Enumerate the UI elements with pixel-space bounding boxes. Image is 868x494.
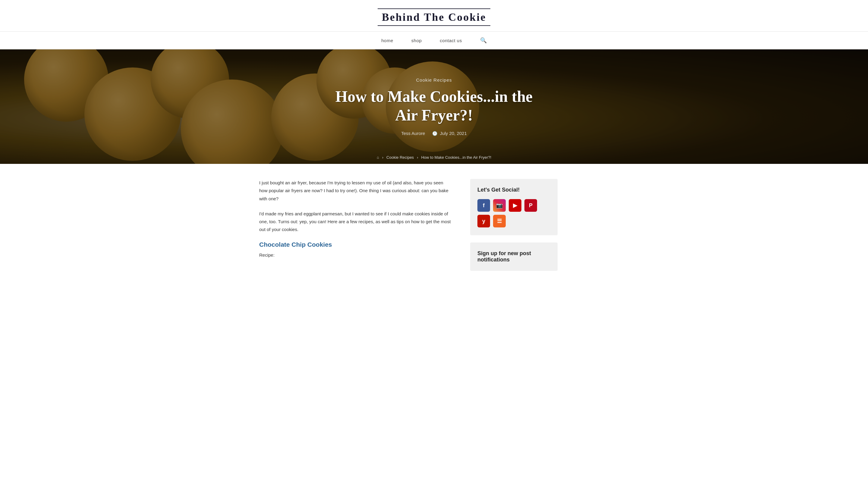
hero-meta: Tess Aurore 🕐 July 20, 2021 bbox=[401, 131, 467, 136]
pinterest-icon[interactable]: P bbox=[524, 199, 537, 212]
search-button[interactable]: 🔍 bbox=[480, 37, 487, 44]
clock-icon: 🕐 bbox=[432, 131, 437, 136]
article-body: I just bought an air fryer, because I'm … bbox=[259, 179, 452, 266]
site-header: Behind The Cookie bbox=[0, 0, 868, 32]
hero-section: Cookie Recipes How to Make Cookies...in … bbox=[0, 50, 868, 164]
social-widget: Let's Get Social! f 📷 ▶ P y ☰ bbox=[470, 179, 558, 235]
social-icons-container: f 📷 ▶ P y ☰ bbox=[477, 199, 550, 227]
instagram-icon[interactable]: 📷 bbox=[493, 199, 506, 212]
hero-content: Cookie Recipes How to Make Cookies...in … bbox=[0, 50, 868, 164]
article-para-2: I'd made my fries and eggplant parmesan,… bbox=[259, 210, 452, 234]
signup-widget: Sign up for new post notifications bbox=[470, 243, 558, 271]
site-nav: home shop contact us 🔍 bbox=[0, 32, 868, 50]
hero-date: 🕐 July 20, 2021 bbox=[432, 131, 466, 136]
hero-author: Tess Aurore bbox=[401, 131, 425, 136]
breadcrumb-sep-2: › bbox=[417, 155, 418, 160]
recipe-label: Recipe: bbox=[259, 251, 452, 259]
breadcrumb-current: How to Make Cookies...in the Air Fryer?! bbox=[421, 155, 491, 160]
rss-icon[interactable]: ☰ bbox=[493, 215, 506, 227]
hero-category: Cookie Recipes bbox=[416, 77, 452, 82]
nav-contact[interactable]: contact us bbox=[440, 38, 462, 43]
site-title[interactable]: Behind The Cookie bbox=[377, 8, 491, 26]
signup-widget-title: Sign up for new post notifications bbox=[477, 250, 550, 263]
article-para-1: I just bought an air fryer, because I'm … bbox=[259, 179, 452, 203]
main-layout: I just bought an air fryer, because I'm … bbox=[253, 164, 615, 290]
breadcrumb-home-icon[interactable]: ⌂ bbox=[377, 155, 379, 160]
facebook-icon[interactable]: f bbox=[477, 199, 490, 212]
nav-home[interactable]: home bbox=[381, 38, 393, 43]
breadcrumb-category[interactable]: Cookie Recipes bbox=[386, 155, 414, 160]
nav-shop[interactable]: shop bbox=[411, 38, 422, 43]
breadcrumb: ⌂ › Cookie Recipes › How to Make Cookies… bbox=[0, 151, 868, 164]
yelp-icon[interactable]: y bbox=[477, 215, 490, 227]
breadcrumb-sep-1: › bbox=[382, 155, 383, 160]
section-title-choc-chip: Chocolate Chip Cookies bbox=[259, 241, 452, 248]
youtube-icon[interactable]: ▶ bbox=[509, 199, 521, 212]
sidebar: Let's Get Social! f 📷 ▶ P y ☰ Sign up fo… bbox=[470, 179, 558, 278]
social-widget-title: Let's Get Social! bbox=[477, 187, 550, 193]
hero-title: How to Make Cookies...in the Air Fryer?! bbox=[332, 87, 536, 125]
